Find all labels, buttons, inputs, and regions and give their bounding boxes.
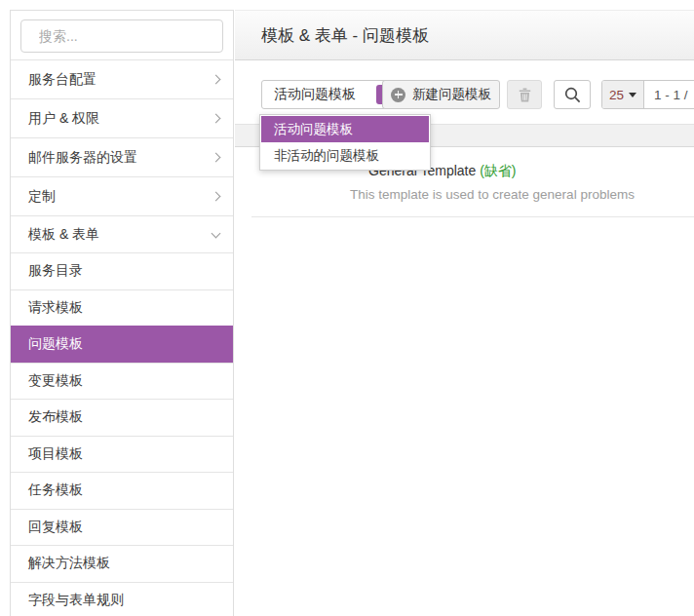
pagination-control: 25 1 - 1 / [601,80,694,109]
sidebar-item-reply-templates[interactable]: 回复模板 [11,509,233,546]
list-search-button[interactable] [554,80,591,109]
dropdown-item-inactive-templates[interactable]: 非活动的问题模板 [261,142,429,169]
sidebar-search-input[interactable] [39,28,215,44]
sidebar-item-change-templates[interactable]: 变更模板 [11,363,233,400]
sidebar-item-label: 变更模板 [28,372,83,390]
sidebar-item-field-form-rules[interactable]: 字段与表单规则 [11,582,233,616]
search-icon [564,87,581,103]
settings-sidebar: 服务台配置 用户 & 权限 邮件服务器的设置 定制 模板 & 表单 服务目录 请… [10,10,234,616]
sidebar-item-label: 回复模板 [28,519,83,536]
sidebar-item-service-catalog[interactable]: 服务目录 [11,252,233,289]
sidebar-item-project-templates[interactable]: 项目模板 [11,436,233,473]
sidebar-item-label: 服务目录 [28,262,83,280]
sidebar-item-label: 问题模板 [28,335,83,353]
sidebar-item-label: 服务台配置 [28,71,96,89]
sidebar-item-release-templates[interactable]: 发布模板 [11,399,233,436]
sidebar-item-label: 请求模板 [28,299,83,317]
sidebar-item-label: 邮件服务器的设置 [28,149,137,167]
new-problem-template-button[interactable]: 新建问题模板 [382,80,500,109]
sidebar-item-task-templates[interactable]: 任务模板 [11,472,233,509]
chevron-right-icon [212,75,221,85]
default-badge: (缺省) [480,163,516,178]
new-button-label: 新建问题模板 [412,86,491,103]
sidebar-item-label: 发布模板 [28,408,83,426]
sidebar-item-label: 解决方法模板 [28,555,110,572]
dropdown-item-label: 活动问题模板 [274,121,353,138]
chevron-right-icon [212,192,221,202]
pagination-range: 1 - 1 / [644,81,694,108]
filter-dropdown-menu: 活动问题模板 非活动的问题模板 [259,114,431,171]
delete-button[interactable] [507,80,542,109]
pagination-text: 1 - 1 / [654,88,688,102]
sidebar-search-box[interactable] [20,19,223,53]
sidebar-item-label: 项目模板 [28,445,83,463]
trash-icon [519,88,531,102]
page-title: 模板 & 表单 - 问题模板 [261,24,429,47]
template-description: This template is used to create general … [350,187,635,202]
sidebar-item-resolution-templates[interactable]: 解决方法模板 [11,545,233,582]
sidebar-item-templates-forms[interactable]: 模板 & 表单 [11,215,233,252]
sidebar-item-problem-templates[interactable]: 问题模板 [11,326,233,363]
chevron-right-icon [212,153,221,163]
sidebar-item-label: 模板 & 表单 [28,226,99,244]
chevron-down-icon [212,228,221,238]
caret-down-icon [629,93,636,97]
row-divider [251,216,694,217]
sidebar-item-label: 字段与表单规则 [28,592,124,609]
template-filter-button[interactable]: 活动问题模板 [261,80,402,109]
sidebar-item-customization[interactable]: 定制 [11,176,233,215]
sidebar-item-label: 任务模板 [28,481,83,499]
page-size-value: 25 [609,88,624,102]
sidebar-item-helpdesk-config[interactable]: 服务台配置 [11,59,233,98]
sidebar-item-mail-server-settings[interactable]: 邮件服务器的设置 [11,137,233,176]
sidebar-item-users-permissions[interactable]: 用户 & 权限 [11,98,233,137]
plus-circle-icon [391,88,405,102]
sidebar-item-request-templates[interactable]: 请求模板 [11,289,233,327]
dropdown-item-active-templates[interactable]: 活动问题模板 [261,116,429,142]
sidebar-item-label: 定制 [28,188,56,206]
filter-button-label: 活动问题模板 [274,86,356,103]
sidebar-search-area [11,11,233,59]
chevron-right-icon [212,114,221,124]
dropdown-item-label: 非活动的问题模板 [274,147,379,165]
page-title-bar: 模板 & 表单 - 问题模板 [235,10,694,60]
page-size-dropdown[interactable]: 25 [602,81,644,108]
sidebar-item-label: 用户 & 权限 [28,110,99,128]
